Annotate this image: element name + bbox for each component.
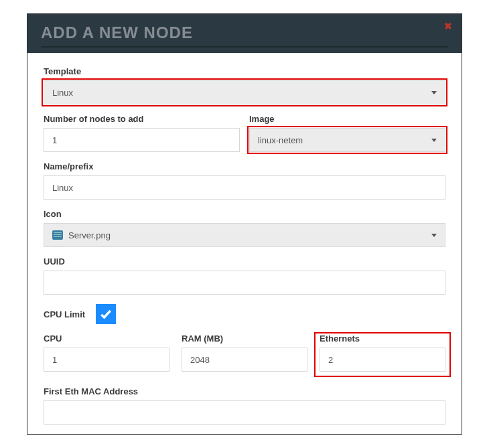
name-prefix-label: Name/prefix	[44, 161, 445, 171]
ram-input[interactable]	[190, 348, 299, 371]
close-icon[interactable]: ✖	[444, 21, 452, 31]
cpu-limit-group: CPU Limit	[44, 304, 445, 324]
first-eth-mac-label: First Eth MAC Address	[44, 386, 445, 396]
image-select[interactable]: linux-netem	[249, 128, 445, 152]
icon-label: Icon	[44, 209, 445, 219]
modal-body: Template Linux Number of nodes to add Im…	[27, 53, 462, 435]
first-eth-mac-group: First Eth MAC Address	[44, 386, 445, 425]
image-label: Image	[249, 114, 445, 124]
chevron-down-icon	[431, 234, 437, 237]
ethernets-group: Ethernets	[320, 333, 445, 377]
template-group: Template Linux	[44, 66, 445, 104]
image-value: linux-netem	[258, 135, 303, 145]
ram-group: RAM (MB)	[182, 333, 307, 377]
cpu-input-wrap	[44, 348, 169, 372]
cpu-input[interactable]	[52, 348, 161, 371]
first-eth-mac-input[interactable]	[52, 401, 437, 424]
check-icon	[99, 307, 113, 321]
icon-value: Server.png	[68, 230, 111, 240]
server-icon	[52, 230, 63, 240]
uuid-label: UUID	[44, 256, 445, 267]
num-nodes-input-wrap	[44, 128, 240, 152]
ethernets-input[interactable]	[328, 348, 437, 371]
chevron-down-icon	[431, 139, 437, 142]
ram-label: RAM (MB)	[182, 333, 307, 344]
icon-select[interactable]: Server.png	[44, 223, 445, 247]
cpu-label: CPU	[44, 333, 169, 344]
add-node-modal: ADD A NEW NODE ✖ Template Linux Number o…	[27, 13, 462, 435]
cpu-limit-checkbox[interactable]	[96, 304, 116, 324]
ethernets-input-wrap	[320, 348, 445, 372]
template-select[interactable]: Linux	[44, 80, 445, 104]
uuid-input-wrap	[44, 271, 445, 295]
template-value: Linux	[52, 88, 73, 98]
image-group: Image linux-netem	[249, 114, 445, 152]
first-eth-mac-input-wrap	[44, 400, 445, 425]
num-nodes-label: Number of nodes to add	[44, 114, 240, 124]
cpu-limit-label: CPU Limit	[44, 309, 85, 319]
template-label: Template	[44, 66, 445, 76]
modal-title: ADD A NEW NODE	[41, 23, 448, 48]
chevron-down-icon	[431, 91, 437, 94]
name-prefix-input[interactable]	[52, 176, 437, 199]
ram-input-wrap	[182, 348, 307, 372]
icon-group: Icon Server.png	[44, 209, 445, 247]
ethernets-label: Ethernets	[320, 333, 445, 344]
modal-header: ADD A NEW NODE ✖	[27, 14, 462, 53]
name-prefix-input-wrap	[44, 175, 445, 200]
num-nodes-group: Number of nodes to add	[44, 114, 240, 152]
num-nodes-input[interactable]	[52, 129, 231, 151]
uuid-input[interactable]	[52, 271, 437, 294]
uuid-group: UUID	[44, 256, 445, 295]
name-prefix-group: Name/prefix	[44, 161, 445, 200]
cpu-group: CPU	[44, 333, 169, 377]
